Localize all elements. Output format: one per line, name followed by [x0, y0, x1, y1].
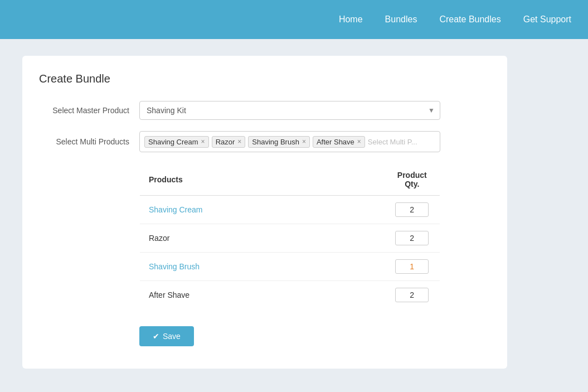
tag-shaving-brush: Shaving Brush ×: [248, 136, 310, 148]
save-button-wrapper: ✔ Save: [139, 326, 490, 346]
tag-label: After Shave: [317, 138, 354, 146]
save-button-label: Save: [163, 332, 181, 341]
col-qty-header: Product Qty.: [385, 164, 440, 196]
nav-get-support-link[interactable]: Get Support: [523, 14, 571, 25]
qty-input[interactable]: [395, 231, 429, 245]
navbar: Home Bundles Create Bundles Get Support: [0, 0, 588, 39]
tag-shaving-cream: Shaving Cream ×: [144, 136, 209, 148]
col-products-header: Products: [140, 164, 385, 196]
qty-input[interactable]: [395, 202, 429, 217]
product-qty-cell: [385, 281, 440, 309]
table-row: Shaving Brush: [140, 253, 440, 281]
product-qty-cell: [385, 224, 440, 253]
checkmark-icon: ✔: [153, 332, 159, 341]
create-bundle-card: Create Bundle Select Master Product Shav…: [22, 56, 507, 369]
tag-razor: Razor ×: [212, 136, 246, 148]
multi-products-tags-input[interactable]: Shaving Cream × Razor × Shaving Brush × …: [139, 131, 440, 152]
tag-remove-after-shave[interactable]: ×: [357, 138, 361, 145]
product-link[interactable]: Shaving Brush: [149, 262, 200, 271]
nav-home-link[interactable]: Home: [339, 14, 363, 25]
product-name-cell: Shaving Brush: [140, 253, 385, 281]
tag-remove-razor[interactable]: ×: [237, 138, 241, 145]
product-name-cell: Shaving Cream: [140, 196, 385, 224]
nav-bundles-link[interactable]: Bundles: [385, 14, 417, 25]
tag-remove-shaving-brush[interactable]: ×: [302, 138, 306, 145]
product-link[interactable]: Shaving Cream: [149, 205, 203, 214]
product-name-cell: Razor: [140, 224, 385, 253]
qty-input[interactable]: [395, 259, 429, 274]
products-section: Products Product Qty. Shaving CreamRazor…: [139, 163, 490, 309]
master-product-row: Select Master Product Shaving Kit ▼: [39, 101, 490, 120]
product-qty-cell: [385, 253, 440, 281]
table-header-row: Products Product Qty.: [140, 164, 440, 196]
product-qty-cell: [385, 196, 440, 224]
multi-products-row: Select Multi Products Shaving Cream × Ra…: [39, 131, 490, 152]
tag-label: Shaving Brush: [252, 138, 299, 146]
page-title: Create Bundle: [39, 72, 490, 85]
qty-input[interactable]: [395, 288, 429, 302]
tag-after-shave: After Shave ×: [313, 136, 365, 148]
master-product-select[interactable]: Shaving Kit: [139, 101, 440, 120]
table-row: Shaving Cream: [140, 196, 440, 224]
main-content: Create Bundle Select Master Product Shav…: [0, 39, 588, 385]
save-button[interactable]: ✔ Save: [139, 326, 194, 346]
multi-products-placeholder: Select Multi P...: [368, 138, 417, 146]
product-name-cell: After Shave: [140, 281, 385, 309]
tag-label: Shaving Cream: [148, 138, 198, 146]
master-product-select-wrapper: Shaving Kit ▼: [139, 101, 440, 120]
table-row: After Shave: [140, 281, 440, 309]
tag-remove-shaving-cream[interactable]: ×: [201, 138, 205, 145]
master-product-label: Select Master Product: [39, 106, 139, 115]
table-row: Razor: [140, 224, 440, 253]
tag-label: Razor: [216, 138, 235, 146]
multi-products-label: Select Multi Products: [39, 137, 139, 146]
nav-create-bundles-link[interactable]: Create Bundles: [439, 14, 500, 25]
products-table: Products Product Qty. Shaving CreamRazor…: [139, 163, 440, 309]
